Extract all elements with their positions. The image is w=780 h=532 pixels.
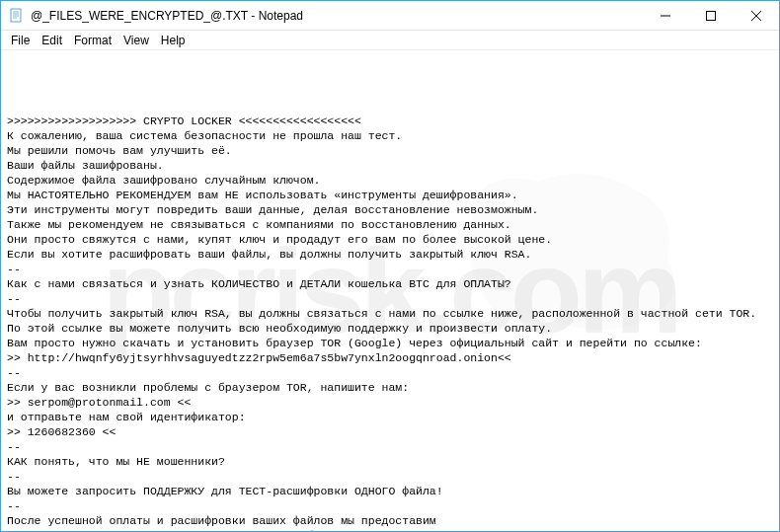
document-text: >>>>>>>>>>>>>>>>>>> CRYPTO LOCKER <<<<<<…	[7, 114, 773, 531]
text-area[interactable]: pcrisk.com >>>>>>>>>>>>>>>>>>> CRYPTO LO…	[1, 50, 779, 531]
maximize-button[interactable]	[688, 1, 734, 30]
menubar: File Edit Format View Help	[1, 31, 779, 50]
menu-file[interactable]: File	[5, 32, 36, 49]
window-controls	[643, 1, 779, 30]
notepad-icon	[9, 8, 25, 24]
titlebar: @_FILES_WERE_ENCRYPTED_@.TXT - Notepad	[1, 1, 779, 31]
notepad-window: @_FILES_WERE_ENCRYPTED_@.TXT - Notepad F…	[0, 0, 780, 532]
menu-view[interactable]: View	[117, 32, 155, 49]
menu-edit[interactable]: Edit	[36, 32, 68, 49]
close-button[interactable]	[734, 1, 779, 30]
menu-format[interactable]: Format	[68, 32, 117, 49]
svg-rect-0	[11, 9, 21, 22]
menu-help[interactable]: Help	[155, 32, 192, 49]
svg-rect-6	[707, 11, 716, 20]
minimize-button[interactable]	[643, 1, 688, 30]
window-title: @_FILES_WERE_ENCRYPTED_@.TXT - Notepad	[31, 9, 643, 23]
